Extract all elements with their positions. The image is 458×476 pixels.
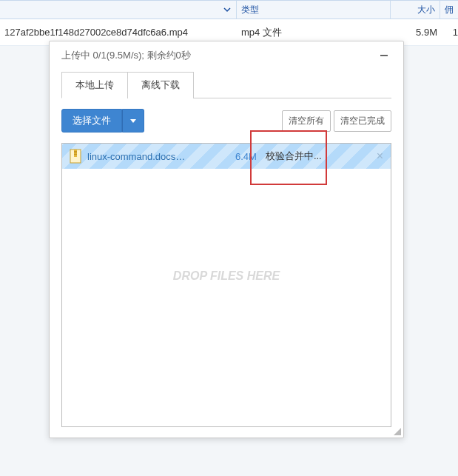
minimize-button[interactable] — [377, 51, 391, 60]
cell-filename: 127af2bbe1f148d27002ce8d74dfc6a6.mp4 — [0, 27, 237, 38]
sort-desc-icon — [223, 5, 232, 14]
column-header-type[interactable]: 类型 — [237, 1, 391, 19]
clear-completed-button[interactable]: 清空已完成 — [334, 110, 391, 132]
drop-hint-text: DROP FILES HERE — [62, 269, 391, 283]
table-header: 类型 大小 佣 — [0, 0, 458, 19]
cell-type: mp4 文件 — [237, 26, 391, 39]
cell-size: 5.9M — [391, 27, 440, 38]
remove-item-button[interactable]: × — [375, 150, 385, 163]
column-header-name[interactable] — [0, 1, 237, 19]
chevron-down-icon — [130, 119, 136, 123]
tab-bar: 本地上传 离线下载 — [61, 71, 391, 98]
svg-rect-4 — [74, 152, 77, 153]
upload-item-status: 校验合并中... — [266, 150, 325, 163]
svg-rect-3 — [74, 151, 77, 152]
cell-last: 1 — [440, 27, 458, 38]
resize-handle[interactable] — [392, 426, 401, 435]
upload-status-text: 上传中 0/1(9.5M/s); 剩余约0秒 — [61, 49, 191, 62]
column-header-last[interactable]: 佣 — [440, 1, 458, 19]
zip-file-icon — [70, 149, 81, 164]
upload-item-size: 6.4M — [235, 151, 257, 162]
tab-local-upload[interactable]: 本地上传 — [61, 72, 128, 98]
toolbar: 选择文件 清空所有 清空已完成 — [61, 109, 391, 133]
select-file-group: 选择文件 — [61, 109, 144, 133]
panel-header: 上传中 0/1(9.5M/s); 剩余约0秒 — [61, 47, 391, 64]
drop-area[interactable]: linux-command.docs… 6.4M 校验合并中... × DROP… — [61, 143, 391, 427]
select-file-button[interactable]: 选择文件 — [61, 109, 122, 133]
file-table: 类型 大小 佣 127af2bbe1f148d27002ce8d74dfc6a6… — [0, 0, 458, 46]
select-file-dropdown[interactable] — [122, 109, 144, 133]
clear-all-button[interactable]: 清空所有 — [282, 110, 331, 132]
column-header-size[interactable]: 大小 — [391, 1, 440, 19]
svg-rect-5 — [74, 154, 77, 155]
tab-offline-download[interactable]: 离线下载 — [127, 72, 194, 98]
upload-item[interactable]: linux-command.docs… 6.4M 校验合并中... × — [62, 144, 391, 169]
upload-panel: 上传中 0/1(9.5M/s); 剩余约0秒 本地上传 离线下载 选择文件 清空… — [49, 41, 404, 438]
upload-item-name: linux-command.docs… — [87, 151, 185, 162]
